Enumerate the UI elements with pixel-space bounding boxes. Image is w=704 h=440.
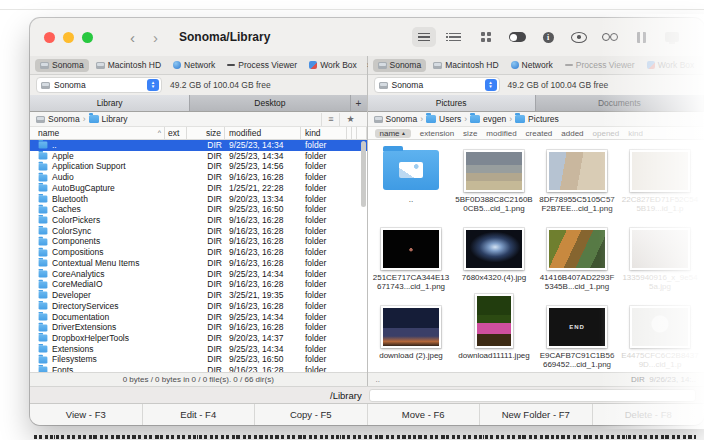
breadcrumb-sonoma[interactable]: Sonoma <box>374 114 418 124</box>
table-row[interactable]: DocumentationDIR9/25/23, 14:34folder <box>30 312 367 323</box>
left-drive-selector[interactable]: Sonoma ▲▼ <box>36 77 162 93</box>
grid-item[interactable]: 1335940916_x_9e545a.jpg <box>619 222 702 300</box>
table-row[interactable]: CoreMediaIODIR9/16/23, 16:28folder <box>30 279 367 290</box>
zoom-button[interactable] <box>82 32 93 43</box>
move-button[interactable]: Move - F6 <box>368 404 481 425</box>
info-button[interactable] <box>536 27 560 47</box>
table-row[interactable]: Contextual Menu ItemsDIR9/16/23, 16:28fo… <box>30 258 367 269</box>
drive-tab-network[interactable]: Network <box>168 59 220 72</box>
new-tab-button[interactable]: + <box>351 95 367 111</box>
grid-item[interactable]: 8DF78955C5105C57F2B7EE...cid_1.png <box>536 144 619 222</box>
sort-field-size[interactable]: size <box>463 129 477 138</box>
column-header-modified[interactable]: modified <box>225 127 301 139</box>
grid-view-button[interactable] <box>474 27 498 47</box>
edit-button[interactable]: Edit - F4 <box>143 404 256 425</box>
cell-name: DirectoryServices <box>30 301 165 312</box>
list-options-icon[interactable]: ≡ <box>321 113 339 126</box>
copy-button[interactable]: Copy - F5 <box>255 404 368 425</box>
table-row[interactable]: AppleDIR9/25/23, 14:34folder <box>30 151 367 162</box>
table-row[interactable]: DriverExtensionsDIR9/16/23, 16:28folder <box>30 322 367 333</box>
delete-button[interactable]: Delete - F8 <box>593 404 704 425</box>
breadcrumb-sonoma[interactable]: Sonoma <box>36 114 80 124</box>
right-drive-selector[interactable]: Sonoma ▲▼ <box>374 77 500 93</box>
table-row[interactable]: ..DIR9/25/23, 14:34folder <box>30 140 367 151</box>
close-button[interactable] <box>44 32 55 43</box>
drive-stepper[interactable]: ▲▼ <box>485 79 497 91</box>
compact-list-view-button[interactable] <box>443 27 467 47</box>
sort-field-extension[interactable]: extension <box>420 129 454 138</box>
grid-item[interactable]: download11111.jpeg <box>453 300 536 372</box>
new-folder-button[interactable]: New Folder - F7 <box>480 404 593 425</box>
grid-item[interactable]: download (2).jpeg <box>370 300 453 372</box>
drive-tab-sonoma[interactable]: Sonoma <box>35 59 89 72</box>
drive-tab-work-box[interactable]: Work Box <box>642 59 700 72</box>
archive-button[interactable] <box>629 27 653 47</box>
drive-tab-network[interactable]: Network <box>506 59 558 72</box>
sort-field-opened[interactable]: opened <box>593 129 620 138</box>
table-row[interactable]: FontsDIR9/16/23, 16:28folder <box>30 365 367 372</box>
window-title: Sonoma/Library <box>179 30 270 44</box>
table-row[interactable]: AudioDIR9/16/23, 16:28folder <box>30 172 367 183</box>
table-row[interactable]: ColorSyncDIR9/16/23, 16:28folder <box>30 226 367 237</box>
minimize-button[interactable] <box>63 32 74 43</box>
table-row[interactable]: FilesystemsDIR9/25/23, 16:50folder <box>30 354 367 365</box>
sort-field-modified[interactable]: modified <box>486 129 516 138</box>
breadcrumb-library[interactable]: Library <box>89 114 128 124</box>
drive-tab-sonoma[interactable]: Sonoma <box>373 59 427 72</box>
quick-look-eye-button[interactable] <box>567 27 591 47</box>
folder-tab-library[interactable]: Library <box>30 95 190 111</box>
sort-field-created[interactable]: created <box>526 129 553 138</box>
table-row[interactable]: ExtensionsDIR9/25/23, 14:34folder <box>30 344 367 355</box>
grid-item[interactable]: ENDE9CAFB7C91C1B56669452...cid_1.png <box>536 300 619 372</box>
table-row[interactable]: CachesDIR9/25/23, 16:50folder <box>30 204 367 215</box>
table-row[interactable]: AutoBugCaptureDIR1/25/21, 22:28folder <box>30 183 367 194</box>
drive-tab-macintosh-hd[interactable]: Macintosh HD <box>91 59 166 72</box>
column-header-name[interactable]: name^ <box>30 127 165 139</box>
grid-item[interactable]: 251CE717CA344E13671743...cid_1.png <box>370 222 453 300</box>
command-input[interactable] <box>369 389 696 402</box>
grid-item[interactable]: E4475CFC6C2B84379D...cid_1.p <box>619 300 702 372</box>
terminal-button[interactable] <box>660 27 684 47</box>
drive-tab-process-viewer[interactable]: Process Viewer <box>222 59 302 72</box>
grid-item[interactable]: 22C827ED71F52C545B19...id_1.p <box>619 144 702 222</box>
sort-field-name[interactable]: name ▲ <box>375 129 411 138</box>
breadcrumb-pictures[interactable]: Pictures <box>515 114 559 124</box>
drive-tab-macintosh-hd[interactable]: Macintosh HD <box>428 59 503 72</box>
drive-stepper[interactable]: ▲▼ <box>147 79 159 91</box>
favorite-star-icon[interactable]: ★ <box>339 113 360 126</box>
table-row[interactable]: ComponentsDIR9/16/23, 16:28folder <box>30 236 367 247</box>
search-binoculars-button[interactable] <box>598 27 622 47</box>
table-row[interactable]: DirectoryServicesDIR9/16/23, 16:28folder <box>30 301 367 312</box>
back-button[interactable]: ‹ <box>121 30 144 45</box>
table-row[interactable]: DropboxHelperToolsDIR9/20/23, 14:37folde… <box>30 333 367 344</box>
grid-item[interactable]: 5BF0D388C8C2160B0CB5...cid_1.png <box>453 144 536 222</box>
grid-item[interactable]: .. <box>370 144 453 222</box>
column-header-size[interactable]: size <box>187 127 225 139</box>
list-view-button[interactable] <box>412 27 436 47</box>
column-header-ext[interactable]: ext <box>165 127 187 139</box>
grid-item[interactable]: 41416B407AD2293F5345B...cid_1.png <box>536 222 619 300</box>
drive-tab-work-box[interactable]: Work Box <box>304 59 362 72</box>
view-button[interactable]: View - F3 <box>30 404 143 425</box>
table-row[interactable]: CompositionsDIR9/16/23, 16:28folder <box>30 247 367 258</box>
right-drive-row: Sonoma ▲▼ 49.2 GB of 100.04 GB free <box>368 75 704 95</box>
table-row[interactable]: BluetoothDIR9/20/23, 13:34folder <box>30 194 367 205</box>
thumbnails-toggle-button[interactable] <box>505 27 529 47</box>
folder-tab-pictures[interactable]: Pictures <box>368 95 536 111</box>
forward-button[interactable]: › <box>144 30 167 45</box>
sort-field-kind[interactable]: kind <box>628 129 643 138</box>
grid-item[interactable]: 7680x4320.(4).jpg <box>453 222 536 300</box>
drive-tab-process-viewer[interactable]: Process Viewer <box>560 59 640 72</box>
folder-tab-desktop[interactable]: Desktop <box>190 95 350 111</box>
sort-field-added[interactable]: added <box>561 129 583 138</box>
folder-tab-documents[interactable]: Documents <box>536 95 704 111</box>
cell-ext <box>165 151 187 162</box>
left-scrollbar[interactable] <box>361 141 366 207</box>
table-row[interactable]: DeveloperDIR3/25/21, 19:35folder <box>30 290 367 301</box>
breadcrumb-evgen[interactable]: evgen <box>470 114 506 124</box>
column-header-kind[interactable]: kind <box>301 127 347 139</box>
table-row[interactable]: Application SupportDIR9/25/23, 14:56fold… <box>30 161 367 172</box>
table-row[interactable]: ColorPickersDIR9/16/23, 16:28folder <box>30 215 367 226</box>
table-row[interactable]: CoreAnalyticsDIR9/25/23, 14:34folder <box>30 269 367 280</box>
breadcrumb-users[interactable]: Users <box>426 114 461 124</box>
